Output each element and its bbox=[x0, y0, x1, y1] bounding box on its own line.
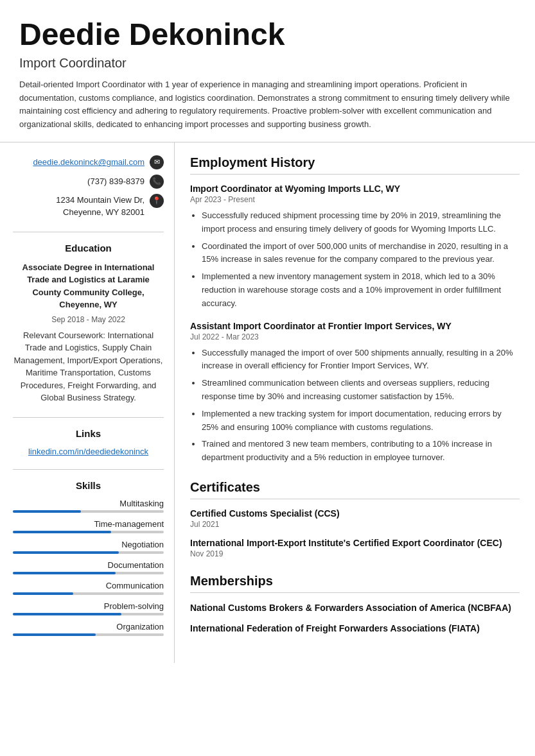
education-section: Education Associate Degree in Internatio… bbox=[13, 243, 164, 404]
address-contact: 1234 Mountain View Dr, Cheyenne, WY 8200… bbox=[13, 194, 164, 219]
education-item: Associate Degree in International Trade … bbox=[13, 261, 164, 404]
job-bullet: Successfully managed the import of over … bbox=[202, 347, 520, 374]
job-bullet: Successfully reduced shipment processing… bbox=[202, 209, 520, 236]
skill-name: Negotiation bbox=[13, 540, 164, 549]
certificates-section: Certificates Certified Customs Specialis… bbox=[190, 480, 520, 558]
education-degree: Associate Degree in International Trade … bbox=[13, 261, 164, 311]
candidate-name: Deedie Dekoninck bbox=[19, 18, 516, 52]
linkedin-link[interactable]: linkedin.com/in/deediedekoninck bbox=[13, 447, 164, 456]
skills-section: Skills Multitasking Time-management Nego… bbox=[13, 480, 164, 636]
cert-date: Nov 2019 bbox=[190, 549, 520, 558]
skill-bar-fill bbox=[13, 510, 81, 513]
skill-item: Multitasking bbox=[13, 499, 164, 513]
phone-contact: (737) 839-8379 📞 bbox=[13, 175, 164, 189]
coursework-text: International Trade and Logistics, Suppl… bbox=[14, 331, 163, 403]
membership-name: National Customs Brokers & Forwarders As… bbox=[190, 602, 520, 615]
skill-name: Documentation bbox=[13, 560, 164, 570]
job-item: Import Coordinator at Wyoming Imports LL… bbox=[190, 184, 520, 311]
address-line2: Cheyenne, WY 82001 bbox=[63, 207, 145, 217]
skill-bar-fill bbox=[13, 572, 116, 574]
skill-bar-bg bbox=[13, 510, 164, 513]
skill-bar-fill bbox=[13, 613, 121, 615]
skill-item: Documentation bbox=[13, 560, 164, 574]
employment-section: Employment History Import Coordinator at… bbox=[190, 155, 520, 465]
memberships-container: National Customs Brokers & Forwarders As… bbox=[190, 602, 520, 635]
links-divider bbox=[13, 469, 164, 470]
skill-bar-fill bbox=[13, 531, 111, 533]
skill-bar-fill bbox=[13, 633, 96, 636]
skill-bar-bg bbox=[13, 551, 164, 554]
email-link[interactable]: deedie.dekoninck@gmail.com bbox=[33, 157, 145, 167]
skill-bar-fill bbox=[13, 592, 73, 595]
employment-section-title: Employment History bbox=[190, 155, 520, 175]
membership-name: International Federation of Freight Forw… bbox=[190, 623, 520, 635]
memberships-section-title: Memberships bbox=[190, 574, 520, 593]
skill-name: Time-management bbox=[13, 519, 164, 529]
cert-item: International Import-Export Institute's … bbox=[190, 538, 520, 558]
cert-name: International Import-Export Institute's … bbox=[190, 538, 520, 548]
job-bullet: Streamlined communication between client… bbox=[202, 377, 520, 404]
education-coursework: Relevant Coursework: International Trade… bbox=[13, 329, 164, 404]
address-line1: 1234 Mountain View Dr, bbox=[56, 195, 145, 205]
education-dates: Sep 2018 - May 2022 bbox=[13, 314, 164, 325]
cert-date: Jul 2021 bbox=[190, 520, 520, 529]
header: Deedie Dekoninck Import Coordinator Deta… bbox=[0, 0, 535, 142]
right-content: Employment History Import Coordinator at… bbox=[175, 142, 535, 663]
skill-bar-bg bbox=[13, 613, 164, 615]
skills-container: Multitasking Time-management Negotiation… bbox=[13, 499, 164, 636]
skill-name: Problem-solving bbox=[13, 601, 164, 611]
skill-bar-bg bbox=[13, 531, 164, 533]
skill-item: Organization bbox=[13, 622, 164, 636]
skill-bar-bg bbox=[13, 633, 164, 636]
candidate-summary: Detail-oriented Import Coordinator with … bbox=[19, 78, 516, 132]
certs-container: Certified Customs Specialist (CCS) Jul 2… bbox=[190, 508, 520, 558]
contact-section: deedie.dekoninck@gmail.com ✉ (737) 839-8… bbox=[13, 155, 164, 219]
phone-icon: 📞 bbox=[150, 175, 164, 189]
skill-bar-bg bbox=[13, 592, 164, 595]
job-bullet: Trained and mentored 3 new team members,… bbox=[202, 438, 520, 465]
skill-bar-bg bbox=[13, 572, 164, 574]
job-bullet: Implemented a new inventory management s… bbox=[202, 270, 520, 310]
membership-item: National Customs Brokers & Forwarders As… bbox=[190, 602, 520, 615]
skill-name: Organization bbox=[13, 622, 164, 631]
candidate-title: Import Coordinator bbox=[19, 56, 516, 71]
address-text: 1234 Mountain View Dr, Cheyenne, WY 8200… bbox=[56, 194, 145, 219]
skill-bar-fill bbox=[13, 551, 119, 554]
coursework-label: Relevant Coursework: bbox=[23, 331, 105, 340]
education-divider bbox=[13, 417, 164, 418]
memberships-section: Memberships National Customs Brokers & F… bbox=[190, 574, 520, 635]
skill-name: Multitasking bbox=[13, 499, 164, 508]
contact-divider bbox=[13, 232, 164, 232]
jobs-container: Import Coordinator at Wyoming Imports LL… bbox=[190, 184, 520, 465]
cert-name: Certified Customs Specialist (CCS) bbox=[190, 508, 520, 519]
skills-section-title: Skills bbox=[13, 480, 164, 491]
membership-item: International Federation of Freight Forw… bbox=[190, 623, 520, 635]
sidebar: deedie.dekoninck@gmail.com ✉ (737) 839-8… bbox=[0, 142, 175, 663]
job-item: Assistant Import Coordinator at Frontier… bbox=[190, 321, 520, 465]
skill-item: Negotiation bbox=[13, 540, 164, 554]
job-dates: Jul 2022 - Mar 2023 bbox=[190, 332, 520, 341]
location-icon: 📍 bbox=[150, 194, 164, 208]
phone-number: (737) 839-8379 bbox=[87, 176, 145, 186]
links-section: Links linkedin.com/in/deediedekoninck bbox=[13, 428, 164, 456]
links-section-title: Links bbox=[13, 428, 164, 439]
job-bullet: Implemented a new tracking system for im… bbox=[202, 408, 520, 434]
skill-item: Communication bbox=[13, 581, 164, 595]
skill-item: Problem-solving bbox=[13, 601, 164, 615]
job-dates: Apr 2023 - Present bbox=[190, 195, 520, 204]
job-bullets: Successfully reduced shipment processing… bbox=[190, 209, 520, 311]
cert-item: Certified Customs Specialist (CCS) Jul 2… bbox=[190, 508, 520, 529]
skill-item: Time-management bbox=[13, 519, 164, 533]
main-layout: deedie.dekoninck@gmail.com ✉ (737) 839-8… bbox=[0, 142, 535, 663]
education-section-title: Education bbox=[13, 243, 164, 253]
certificates-section-title: Certificates bbox=[190, 480, 520, 499]
skill-name: Communication bbox=[13, 581, 164, 590]
email-icon: ✉ bbox=[150, 155, 164, 169]
email-contact: deedie.dekoninck@gmail.com ✉ bbox=[13, 155, 164, 169]
job-title: Import Coordinator at Wyoming Imports LL… bbox=[190, 184, 520, 194]
job-title: Assistant Import Coordinator at Frontier… bbox=[190, 321, 520, 331]
job-bullets: Successfully managed the import of over … bbox=[190, 347, 520, 465]
job-bullet: Coordinated the import of over 500,000 u… bbox=[202, 240, 520, 267]
